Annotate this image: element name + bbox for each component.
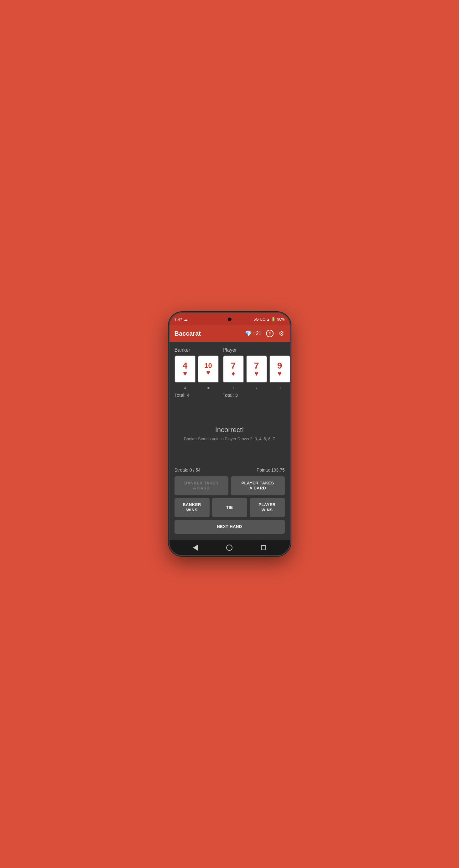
banker-cards-row: 4 ♥ 10 ♥ [174,355,219,383]
time-display: 7:47 [174,317,182,322]
app-title: Baccarat [174,330,245,337]
stats-row: Streak: 0 / 54 Points: 193.75 [174,464,285,476]
player-card-2-suit: ♥ [254,370,258,377]
home-icon [226,545,232,551]
player-hand: Player 7 ♦ 7 ♥ 9 ♥ [223,347,290,398]
battery-percent: 90% [277,317,285,321]
player-takes-card-button[interactable]: PLAYER TAKESA CARD [231,476,285,496]
player-card-1-label: 7 [232,386,234,390]
feedback-detail: Banker Stands unless Player Draws 2, 3, … [184,436,275,441]
banker-hand: Banker 4 ♥ 10 ♥ 4 10 [174,347,219,398]
player-card-3-suit: ♥ [278,370,282,377]
winner-row: BANKERWINS TIE PLAYERWINS [174,498,285,517]
recents-icon [261,545,266,550]
next-hand-button[interactable]: NEXT HAND [174,520,285,534]
signal-icon: ▲ [267,317,270,321]
gem-score-display: 💎 : 21 [245,330,261,337]
app-bar-actions: 💎 : 21 ? ⚙ [245,329,285,338]
banker-takes-card-button[interactable]: BANKER TAKESA CARD [174,476,228,496]
cloud-icon [183,317,188,322]
banker-card-1-suit: ♥ [183,370,187,377]
player-card-1-suit: ♦ [232,370,235,377]
status-bar: 7:47 5G UC ▲ 🔋 90% [170,313,290,325]
gem-icon: 💎 [245,330,252,337]
player-card-2-value: 7 [254,361,259,370]
gear-icon: ⚙ [279,330,284,337]
banker-card-labels: 4 10 [174,385,219,391]
back-nav-button[interactable] [193,545,198,551]
status-right-area: 5G UC ▲ 🔋 90% [254,317,285,321]
player-wins-button[interactable]: PLAYERWINS [250,498,285,517]
banker-label: Banker [174,347,219,353]
tie-button[interactable]: TIE [212,498,247,517]
points-stat: Points: 193.75 [257,467,285,472]
camera-notch [228,317,232,321]
banker-card-1-value: 4 [183,361,188,370]
player-label: Player [223,347,290,353]
banker-card-2: 10 ♥ [198,355,219,383]
camera-notch-area [228,317,232,321]
player-card-2-label: 7 [255,386,257,390]
next-hand-row: NEXT HAND [174,520,285,534]
player-card-3-value: 9 [277,361,282,370]
player-card-1: 7 ♦ [223,355,244,383]
main-content: Banker 4 ♥ 10 ♥ 4 10 [170,342,290,540]
banker-card-2-value: 10 [204,362,212,369]
player-cards-row: 7 ♦ 7 ♥ 9 ♥ [223,355,290,383]
banker-wins-button[interactable]: BANKERWINS [174,498,210,517]
banker-card-1: 4 ♥ [174,355,196,383]
feedback-area: Incorrect! Banker Stands unless Player D… [174,403,285,464]
player-card-2: 7 ♥ [246,355,267,383]
player-total: Total: 3 [223,392,290,398]
feedback-title: Incorrect! [215,426,244,434]
banker-card-1-label: 4 [184,386,186,390]
phone-device: 7:47 5G UC ▲ 🔋 90% Baccarat 💎 : 21 ? ⚙ [169,312,291,556]
settings-button[interactable]: ⚙ [278,329,285,338]
app-bar: Baccarat 💎 : 21 ? ⚙ [170,325,290,342]
banker-total: Total: 4 [174,392,219,398]
cards-area: Banker 4 ♥ 10 ♥ 4 10 [174,347,285,398]
action-buttons: BANKER TAKESA CARD PLAYER TAKESA CARD BA… [174,476,285,534]
home-nav-button[interactable] [226,545,232,551]
streak-stat: Streak: 0 / 54 [174,467,201,472]
help-button[interactable]: ? [265,329,274,338]
network-label: 5G UC [254,317,265,321]
recents-nav-button[interactable] [261,545,266,550]
player-card-labels: 7 7 9 [223,385,290,391]
takes-card-row: BANKER TAKESA CARD PLAYER TAKESA CARD [174,476,285,496]
player-card-1-value: 7 [231,361,236,370]
gem-score-value: 21 [256,331,262,336]
status-time-area: 7:47 [174,317,188,322]
nav-bar [170,540,290,555]
player-card-3: 9 ♥ [269,355,290,383]
banker-card-2-suit: ♥ [206,369,210,376]
help-icon: ? [266,330,274,337]
back-icon [193,545,198,551]
player-card-3-label: 9 [279,386,280,390]
gem-score-label: : [253,331,254,336]
battery-icon: 🔋 [271,317,276,321]
banker-card-2-label: 10 [206,386,210,390]
